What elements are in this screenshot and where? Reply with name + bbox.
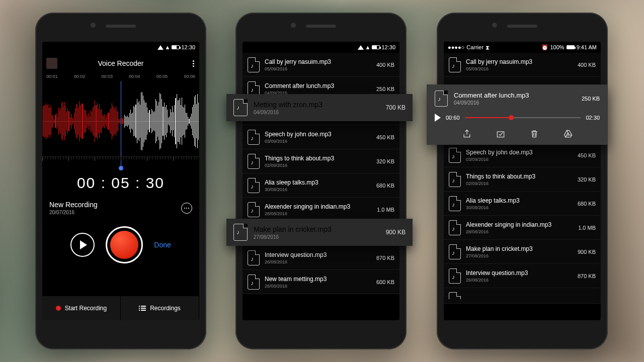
file-row[interactable]: ♪ Alia sleep talks.mp3 30/08/2016 680 KB [243,173,399,198]
file-row[interactable]: ♪ Alexender singing in indian.mp3 28/08/… [243,198,399,222]
app-thumbnail[interactable] [46,58,57,69]
audio-file-icon: ♪ [233,224,248,241]
recording-date: 20/07/2016 [49,210,98,215]
file-name: Alia sleep talks.mp3 [265,179,371,186]
file-date: 26/08/2016 [265,259,371,264]
player-total-time: 02:30 [586,115,600,121]
edit-icon[interactable] [496,129,506,139]
file-name: Comment after lunch.mp3 [265,82,371,89]
file-row[interactable]: ♪ Interview question.mp3 26/08/2016 870 … [444,264,601,288]
file-row[interactable]: ♪ Speech by john doe.mp3 03/09/2016 450 … [243,125,399,149]
page-title: Voice Recoder [98,59,143,67]
file-name: Speech by john doe.mp3 [265,131,371,138]
file-size: 680 KB [578,201,596,207]
audio-file-icon: ♪ [248,275,260,290]
wifi-icon [157,45,164,50]
audio-file-icon [449,292,461,299]
list-icon [139,306,146,311]
status-bar: ▲ 12:30 [243,42,399,53]
waveform-time-ruler: 00:01 00:02 00:03 00:04 00:05 00:06 [42,74,199,79]
file-name: Alexender singing in indian.mp3 [265,203,372,210]
battery-icon [172,45,180,49]
status-bar: ▲ 12:30 [42,42,199,53]
carrier-label: Carrier [466,44,484,50]
overflow-menu-icon[interactable] [193,60,194,67]
file-row[interactable]: ♪ Alexender singing in indian.mp3 28/08/… [444,216,601,240]
player-track-date: 04/09/2016 [454,100,576,106]
file-row[interactable]: ♪ Interview question.mp3 26/08/2016 870 … [243,246,399,270]
player-track-size: 250 KB [582,96,600,102]
file-name: New team metting.mp3 [265,276,371,283]
file-name: Things to think about.mp3 [466,173,573,180]
file-row[interactable]: ♪ New team metting.mp3 26/08/2016 600 KB [243,270,399,294]
playhead[interactable] [121,81,121,168]
done-button[interactable]: Done [154,241,171,249]
file-name: Things to think about.mp3 [265,155,371,162]
audio-file-icon: ♪ [248,57,260,72]
status-time: 12:30 [181,44,195,50]
signal-icon: ▲ [165,44,171,50]
file-date: 30/08/2016 [466,205,573,210]
file-row[interactable]: ♪ Things to think about.mp3 02/09/2016 3… [444,167,601,192]
file-size: 680 KB [376,183,394,189]
audio-file-icon: ♪ [449,148,461,163]
file-size: 320 KB [376,158,394,164]
audio-file-icon: ♪ [449,244,461,259]
play-button[interactable] [70,233,95,257]
audio-file-icon: ♪ [248,202,260,217]
file-date: 02/09/2016 [466,181,573,186]
drive-icon[interactable] [563,129,573,139]
file-name: Make plan in cricket.mp3 [466,245,573,252]
file-size: 250 KB [376,86,394,92]
file-date: 05/09/2016 [265,66,371,71]
record-button[interactable] [106,226,143,263]
file-size: 400 KB [578,62,596,68]
file-row[interactable] [444,288,601,304]
wifi-icon [358,45,364,50]
file-date: 26/08/2016 [466,278,573,283]
status-time: 12:30 [381,44,395,50]
player-current-time: 00:60 [446,115,460,121]
file-row-highlighted[interactable]: ♪ Metting with zron.mp3 04/09/2016 700 K… [226,94,413,121]
alarm-icon: ⏰ [541,44,548,51]
waveform[interactable] [42,81,199,161]
file-row[interactable]: ♪ Things to think about.mp3 02/09/2016 3… [243,149,399,173]
start-recording-tab[interactable]: Start Recording [42,296,121,320]
play-button[interactable] [435,114,441,122]
play-icon [80,240,87,249]
file-size: 1.0 MB [377,207,394,213]
share-icon[interactable] [462,129,472,139]
status-bar: ●●●●○ Carrier ⧗ ⏰ 100% 9:41 AM [444,42,601,53]
file-name: Interview question.mp3 [265,251,371,258]
audio-file-icon: ♪ [449,268,461,284]
audio-file-icon: ♪ [449,172,461,187]
file-name: Interview question.mp3 [466,269,573,277]
seek-bar[interactable] [465,117,581,118]
file-row[interactable]: ♪ Speech by john doe.mp3 03/09/2016 450 … [444,143,601,167]
file-name: Speech by john doe.mp3 [466,149,573,156]
file-date: 05/09/2016 [466,66,573,71]
signal-dots-icon: ●●●●○ [448,44,464,50]
file-row[interactable]: ♪ Alia sleep talks.mp3 30/08/2016 680 KB [444,192,601,216]
audio-file-icon: ♪ [248,178,260,193]
file-row[interactable]: ♪ Make plan in cricket.mp3 27/08/2016 90… [444,240,601,264]
audio-file-icon: ♪ [248,130,260,145]
battery-icon [567,45,575,49]
file-date: 30/08/2016 [265,187,371,192]
file-size: 400 KB [376,62,394,68]
file-row[interactable]: ♪ Call by jerry nasuim.mp3 05/09/2016 40… [243,53,399,77]
player-track-name: Comment after lunch.mp3 [454,92,576,99]
file-row-highlighted[interactable]: ♪ Make plan in cricket.mp3 27/08/2016 90… [226,219,413,246]
audio-file-icon: ♪ [233,99,248,116]
file-size: 450 KB [376,134,394,140]
more-options-button[interactable] [181,203,192,214]
file-size: 450 KB [578,152,596,158]
file-date: 28/08/2016 [265,211,372,216]
file-size: 870 KB [578,273,596,279]
audio-file-icon: ♪ [248,154,260,169]
file-row[interactable]: ♪ Call by jerry nasuim.mp3 05/09/2016 40… [444,53,601,77]
file-name: Alia sleep talks.mp3 [466,197,573,204]
recordings-tab[interactable]: Recordings [121,296,199,320]
trash-icon[interactable] [529,129,539,139]
battery-icon [372,45,380,49]
